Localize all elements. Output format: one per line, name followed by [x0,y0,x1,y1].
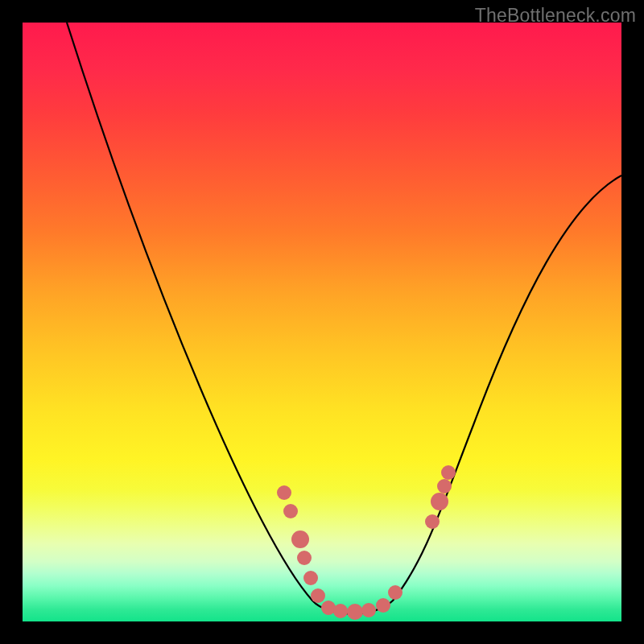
plot-area [23,23,621,621]
data-marker [376,598,390,613]
watermark-text: TheBottleneck.com [475,5,636,27]
data-marker [347,604,363,620]
chart-frame: TheBottleneck.com [0,0,644,644]
data-marker [333,604,348,618]
data-marker [441,465,456,480]
data-marker [277,485,291,500]
marker-group [277,465,456,620]
data-marker [303,571,318,585]
bottleneck-curve [67,23,621,614]
data-marker [437,479,452,493]
data-marker [283,504,298,518]
data-marker [297,551,312,565]
data-marker [431,493,448,510]
data-marker [361,603,376,617]
curve-layer [23,23,621,621]
data-marker [311,588,325,603]
data-marker [388,585,402,600]
data-marker [425,514,440,529]
data-marker [291,530,309,548]
